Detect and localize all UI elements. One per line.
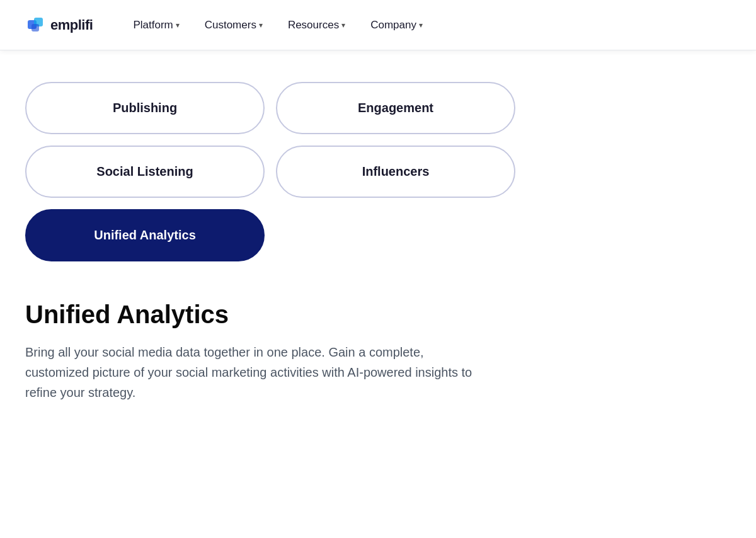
section-title: Unified Analytics [25,299,479,329]
content-section: Unified Analytics Bring all your social … [25,299,479,403]
filter-engagement[interactable]: Engagement [276,82,515,134]
company-chevron-icon: ▾ [419,21,423,30]
filter-publishing[interactable]: Publishing [25,82,265,134]
filter-social-listening[interactable]: Social Listening [25,146,265,198]
platform-chevron-icon: ▾ [176,21,180,30]
main-nav: Platform ▾ Customers ▾ Resources ▾ Compa… [123,14,433,37]
filter-unified-analytics[interactable]: Unified Analytics [25,209,265,261]
nav-company-label: Company [370,19,416,31]
nav-platform[interactable]: Platform ▾ [123,14,189,37]
customers-chevron-icon: ▾ [259,21,263,30]
filter-influencers[interactable]: Influencers [276,146,515,198]
nav-company[interactable]: Company ▾ [360,14,433,37]
filter-grid: Publishing Engagement Social Listening I… [25,82,731,261]
nav-platform-label: Platform [133,19,173,31]
svg-rect-2 [32,24,39,31]
section-description: Bring all your social media data togethe… [25,342,479,403]
logo-icon [25,15,45,35]
nav-customers-label: Customers [205,19,256,31]
resources-chevron-icon: ▾ [341,21,345,30]
nav-customers[interactable]: Customers ▾ [195,14,273,37]
nav-resources[interactable]: Resources ▾ [278,14,355,37]
main-content: Publishing Engagement Social Listening I… [0,50,756,428]
header: emplifi Platform ▾ Customers ▾ Resources… [0,0,756,50]
nav-resources-label: Resources [288,19,339,31]
logo-text: emplifi [50,17,93,33]
logo[interactable]: emplifi [25,15,93,35]
